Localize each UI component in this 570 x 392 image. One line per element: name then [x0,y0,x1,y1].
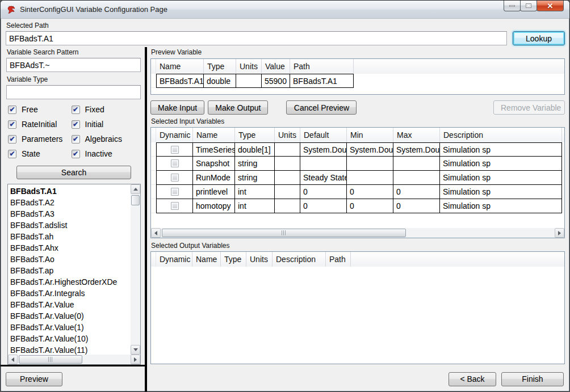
column-header-units[interactable]: Units [275,128,300,142]
cell[interactable] [275,171,300,185]
cell[interactable] [347,171,393,185]
back-button[interactable]: < Back [449,372,496,386]
cell[interactable]: Simulation sp [440,157,562,171]
cell[interactable]: 0 [347,185,393,199]
dynamic-checkbox[interactable] [171,159,179,167]
list-item[interactable]: BFBadsT.Ar.Value(0) [10,310,131,322]
cell[interactable]: TimeSeries [193,142,235,157]
scroll-down-button[interactable] [131,345,140,355]
scroll-up-button[interactable] [131,184,140,194]
dynamic-cell[interactable] [156,142,193,157]
column-header-units[interactable]: Units [246,252,273,267]
row-selector[interactable] [151,157,156,171]
dynamic-checkbox[interactable] [171,146,179,154]
column-header-dynamic[interactable]: Dynamic [156,252,192,267]
column-header-path[interactable]: Path [326,252,351,267]
close-button[interactable]: ✕ [537,1,564,11]
list-item[interactable]: BFBadsT.A3 [10,208,131,220]
list-item[interactable]: BFBadsT.Ar.Value [10,299,131,310]
row-selector[interactable] [151,185,156,199]
list-item[interactable]: BFBadsT.A1 [10,186,131,197]
dynamic-cell[interactable] [156,185,193,199]
dynamic-checkbox[interactable] [171,202,179,210]
list-item[interactable]: BFBadsT.ah [10,231,131,242]
cell[interactable]: 0 [300,199,347,213]
list-item[interactable]: BFBadsT.Ar.HighestOrderXDe [10,276,131,288]
checkbox-inactive[interactable]: ✔Inactive [72,149,140,158]
checkbox-box[interactable]: ✔ [8,106,16,114]
checkbox-box[interactable]: ✔ [72,135,80,144]
lookup-button[interactable]: Lookup [513,31,565,45]
list-item[interactable]: BFBadsT.adslist [10,220,131,231]
cell[interactable]: string [235,157,275,171]
dynamic-checkbox[interactable] [171,188,179,196]
cell[interactable]: Simulation sp [440,199,562,213]
column-header-value[interactable]: Value [262,59,290,74]
scroll-left-button[interactable] [8,355,18,364]
dynamic-cell[interactable] [156,199,193,213]
cell[interactable]: double[1] [235,142,275,157]
horizontal-scroll-track[interactable] [161,228,555,238]
row-selector[interactable] [151,74,156,88]
cell[interactable]: Steady State [300,171,347,185]
cell[interactable]: System.Double[] [393,142,440,157]
list-item[interactable]: BFBadsT.Ar.Value(10) [10,333,131,344]
cancel-preview-button[interactable]: Cancel Preview [286,100,357,115]
cell[interactable]: RunMode [193,171,235,185]
dynamic-cell[interactable] [156,157,193,171]
dynamic-checkbox[interactable] [171,174,179,182]
preview-button[interactable]: Preview [6,372,62,386]
finish-button[interactable]: Finish [501,372,564,386]
horizontal-scroll-thumb[interactable] [19,355,82,364]
vertical-scroll-thumb[interactable] [131,195,140,205]
make-output-button[interactable]: Make Output [208,100,268,115]
cell[interactable]: System.Double[] [300,142,347,157]
column-header-dynamic[interactable]: Dynamic [156,128,193,142]
column-header-name[interactable]: Name [156,59,204,74]
checkbox-box[interactable]: ✔ [8,120,16,129]
selected-path-input[interactable] [6,31,507,45]
checkbox-box[interactable]: ✔ [72,150,80,158]
column-header-name[interactable]: Name [192,252,221,267]
cell[interactable]: printlevel [193,185,235,199]
minimize-button[interactable] [504,1,521,11]
cell[interactable] [347,157,393,171]
dynamic-cell[interactable] [156,171,193,185]
column-header-default[interactable]: Default [300,128,347,142]
row-selector[interactable] [151,142,156,157]
list-item[interactable]: BFBadsT.Ao [10,254,131,265]
scroll-right-button[interactable] [555,228,564,238]
column-header-type[interactable]: Type [221,252,246,267]
cell[interactable] [275,185,300,199]
cell[interactable]: BFBadsT.A1 [156,74,204,88]
column-header-path[interactable]: Path [290,59,354,74]
list-item[interactable]: BFBadsT.ap [10,265,131,276]
row-selector[interactable] [151,199,156,213]
cell[interactable]: Simulation sp [440,185,562,199]
cell[interactable] [275,157,300,171]
list-item[interactable]: BFBadsT.Ahx [10,242,131,254]
cell[interactable]: double [204,74,236,88]
column-header-min[interactable]: Min [347,128,393,142]
type-input[interactable] [6,85,141,99]
cell[interactable]: string [235,171,275,185]
list-item[interactable]: BFBadsT.Ar.Integrals [10,288,131,299]
cell[interactable] [300,157,347,171]
list-item[interactable]: BFBadsT.Ar.Value(1) [10,322,131,333]
checkbox-parameters[interactable]: ✔Parameters [8,134,72,144]
cell[interactable]: 0 [347,199,393,213]
cell[interactable]: 55900 [262,74,290,88]
maximize-button[interactable] [520,1,537,11]
checkbox-box[interactable]: ✔ [72,120,80,129]
column-header-type[interactable]: Type [235,128,275,142]
horizontal-scroll-thumb[interactable] [162,229,406,237]
cell[interactable]: Simulation sp [440,171,562,185]
list-item[interactable]: BFBadsT.A2 [10,197,131,208]
vertical-scroll-track[interactable] [131,194,140,345]
horizontal-scroll-track[interactable] [18,355,131,364]
cell[interactable]: 0 [300,185,347,199]
scroll-left-button[interactable] [151,228,161,238]
list-item[interactable]: BFBadsT.Ar.Value(11) [10,344,131,355]
cell[interactable]: int [235,185,275,199]
column-header-name[interactable]: Name [193,128,235,142]
